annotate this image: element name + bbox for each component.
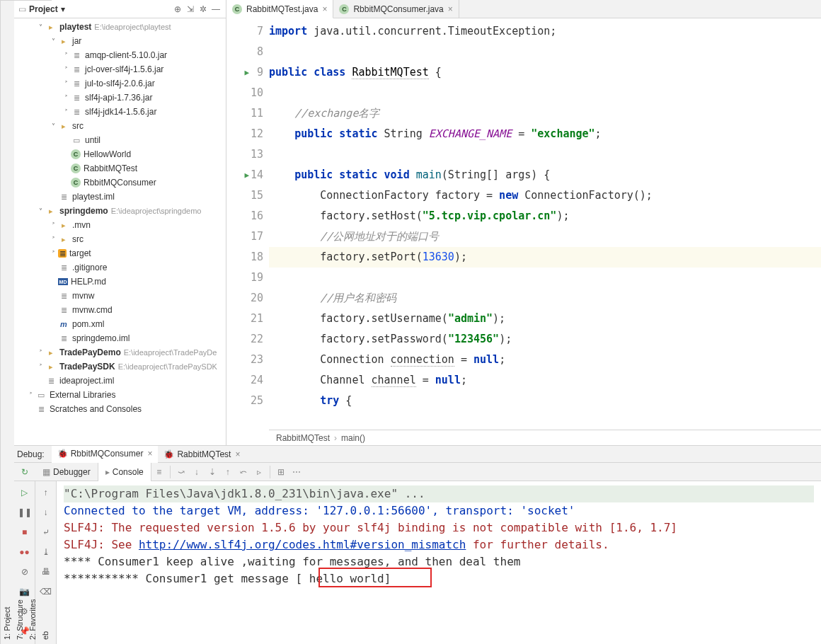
tree-label: target <box>69 248 91 258</box>
code-line[interactable]: Channel channel = null; <box>269 370 821 391</box>
file-icon: ≣ <box>58 262 69 273</box>
line-number[interactable]: 20 <box>226 288 269 309</box>
code-line[interactable]: public class RabbitMQTest { <box>269 62 821 83</box>
close-icon[interactable]: × <box>448 4 453 14</box>
line-number[interactable]: 8 <box>226 42 269 62</box>
code-area[interactable]: import java.util.concurrent.TimeoutExcep… <box>269 18 821 430</box>
expand-icon[interactable]: ⇲ <box>185 4 196 15</box>
code-line[interactable] <box>269 144 821 165</box>
trace-icon[interactable]: ⋯ <box>289 464 304 480</box>
code-line[interactable]: //用户名和密码 <box>269 288 821 309</box>
code-line[interactable]: //公网地址对于的端口号 <box>269 226 821 247</box>
tree-twisty[interactable]: ˃ <box>61 66 71 74</box>
line-number[interactable]: 15 <box>226 185 269 206</box>
code-line[interactable]: public static void main(String[] args) { <box>269 165 821 185</box>
tree-label: HellowWorld <box>84 149 131 159</box>
code-line[interactable] <box>269 83 821 103</box>
line-number[interactable]: 13 <box>226 144 269 165</box>
code-line[interactable]: factory.setUsername("admin"); <box>269 309 821 329</box>
close-icon[interactable]: × <box>322 4 327 14</box>
console-line: SLF4J: See http://www.slf4j.org/codes.ht… <box>64 536 814 553</box>
run-gutter-icon[interactable]: ▶ <box>244 165 249 185</box>
editor-tab[interactable]: CRabbitMQTest.java× <box>226 0 333 18</box>
code-line[interactable]: Connection connection = null; <box>269 350 821 370</box>
debug-config-tab[interactable]: 🐞RabbitMQTest× <box>158 446 246 463</box>
tree-label: RbbitMQConsumer <box>84 178 156 188</box>
run-to-cursor-icon[interactable]: ▹ <box>251 464 267 480</box>
line-number[interactable]: 12 <box>226 124 269 144</box>
tree-twisty[interactable]: ˃ <box>61 108 71 116</box>
code-line[interactable] <box>269 268 821 288</box>
tree-label: until <box>85 135 101 145</box>
code-line[interactable]: import java.util.concurrent.TimeoutExcep… <box>269 21 821 42</box>
code-line[interactable] <box>269 42 821 62</box>
force-step-icon[interactable]: ⇣ <box>205 464 220 480</box>
tree-label: HELP.md <box>71 277 106 287</box>
line-number[interactable]: ▶9 <box>226 62 269 83</box>
line-number[interactable]: ▶14 <box>226 165 269 185</box>
code-line[interactable]: ConnectionFactory factory = new Connecti… <box>269 185 821 206</box>
step-over-icon[interactable]: ⤻ <box>173 464 189 480</box>
class-icon: C <box>232 4 242 14</box>
line-number[interactable]: 18 <box>226 247 269 268</box>
line-number[interactable]: 16 <box>226 206 269 226</box>
code-line[interactable]: //exchange名字 <box>269 103 821 124</box>
tree-label: RabbitMQTest <box>84 163 137 173</box>
hide-icon[interactable]: — <box>210 4 222 15</box>
tree-twisty[interactable]: ˃ <box>61 94 71 102</box>
drop-frame-icon[interactable]: ⤺ <box>236 464 251 480</box>
breadcrumb-method[interactable]: main() <box>341 433 365 443</box>
line-number[interactable]: 11 <box>226 103 269 124</box>
vtab-web[interactable]: eb <box>39 0 52 644</box>
evaluate-icon[interactable]: ⊞ <box>273 464 289 480</box>
line-number[interactable]: 10 <box>226 83 269 103</box>
tree-twisty[interactable]: ˃ <box>61 80 71 88</box>
line-number[interactable]: 23 <box>226 350 269 370</box>
close-icon[interactable]: × <box>147 449 152 459</box>
tree-twisty[interactable]: ˃ <box>61 52 71 59</box>
code-line[interactable]: factory.setPort(13630); <box>269 247 821 268</box>
left-gutter-tabs: 1: Project 7: Structure 2: Favorites eb <box>0 0 14 644</box>
tree-label: .gitignore <box>72 263 107 272</box>
code-line[interactable]: public static String EXCHANGE_NAME = "ex… <box>269 124 821 144</box>
tree-label: jar <box>72 36 81 46</box>
file-icon: ≣ <box>71 50 82 61</box>
line-number[interactable]: 21 <box>226 309 269 329</box>
tree-label: slf4j-api-1.7.36.jar <box>85 93 152 103</box>
vtab-favorites[interactable]: 2: Favorites <box>26 0 39 644</box>
console-tab[interactable]: ▸Console <box>98 463 151 481</box>
threads-icon[interactable]: ≡ <box>151 464 167 480</box>
tree-path: E:\ideaproject\playtest <box>94 23 171 31</box>
line-number[interactable]: 7 <box>226 21 269 42</box>
line-number[interactable]: 25 <box>226 391 269 411</box>
line-number[interactable]: 24 <box>226 370 269 391</box>
class-icon: C <box>339 4 349 14</box>
step-out-icon[interactable]: ↑ <box>220 464 236 480</box>
step-into-icon[interactable]: ↓ <box>189 464 205 480</box>
close-icon[interactable]: × <box>235 449 240 459</box>
line-number[interactable]: 17 <box>226 226 269 247</box>
editor-tab[interactable]: CRbbitMQConsumer.java× <box>333 0 459 18</box>
breadcrumb-class[interactable]: RabbitMQTest <box>276 433 330 443</box>
bug-icon: 🐞 <box>163 449 174 459</box>
tab-label: RabbitMQTest.java <box>246 4 318 14</box>
tree-label: src <box>72 234 84 244</box>
breadcrumb[interactable]: RabbitMQTest › main() <box>269 430 821 445</box>
code-line[interactable]: factory.setPassword("123456"); <box>269 329 821 350</box>
run-gutter-icon[interactable]: ▶ <box>244 62 249 83</box>
code-line[interactable]: factory.setHost("5.tcp.vip.cpolar.cn"); <box>269 206 821 226</box>
console-output[interactable]: "C:\Program Files\Java\jdk1.8.0_231\bin\… <box>57 481 821 644</box>
line-number[interactable]: 22 <box>226 329 269 350</box>
vtab-structure[interactable]: 7: Structure <box>13 0 26 644</box>
locate-icon[interactable]: ⊕ <box>172 4 183 15</box>
cls-icon: C <box>71 163 81 173</box>
code-line[interactable]: try { <box>269 391 821 411</box>
folder-icon: ▸ <box>58 35 69 47</box>
debug-config-tab[interactable]: 🐞RbbitMQConsumer× <box>52 446 159 463</box>
file-icon: ≣ <box>58 290 69 301</box>
gear-icon[interactable]: ✲ <box>197 4 209 15</box>
vtab-project[interactable]: 1: Project <box>1 0 13 644</box>
line-number[interactable]: 19 <box>226 268 269 288</box>
project-dropdown[interactable]: ▾ <box>61 4 65 14</box>
file-icon: ≣ <box>58 333 69 344</box>
